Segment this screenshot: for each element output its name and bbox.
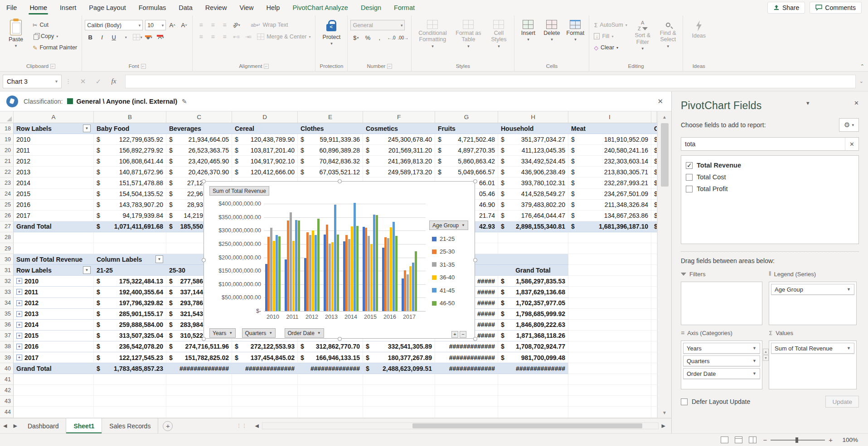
cell[interactable]	[14, 232, 94, 243]
ribbon-tab-page-layout[interactable]: Page Layout	[82, 0, 132, 15]
cell[interactable]: +2015	[14, 331, 94, 341]
cell[interactable]: $241,369,813.20	[363, 156, 435, 167]
cell[interactable]	[568, 232, 651, 243]
cell[interactable]	[651, 243, 657, 254]
defer-layout-checkbox[interactable]	[681, 398, 688, 405]
chart-selection-handle[interactable]	[202, 258, 206, 262]
row-number-18[interactable]: 18	[0, 123, 14, 134]
cell[interactable]: $175,322,484.13	[94, 276, 166, 287]
ribbon-tab-format[interactable]: Format	[388, 0, 421, 15]
row-number-39[interactable]: 39	[0, 352, 14, 363]
horizontal-scroll-thumb[interactable]	[412, 423, 642, 428]
orientation-button[interactable]: ab▾	[231, 20, 242, 30]
ribbon-tab-review[interactable]: Review	[199, 0, 233, 15]
new-sheet-button[interactable]: +	[163, 421, 173, 431]
cell[interactable]	[568, 243, 651, 254]
cell[interactable]	[651, 232, 657, 243]
collapse-ribbon-button[interactable]: ⌃	[860, 63, 864, 69]
cell[interactable]: $393,780,102.31	[498, 177, 568, 188]
field-checkbox[interactable]	[686, 186, 693, 192]
cell[interactable]: $137,454,845.02	[232, 352, 298, 363]
cell[interactable]: $5,049,666.57	[435, 167, 498, 177]
cell[interactable]	[568, 331, 651, 341]
cell[interactable]: 21-25	[94, 265, 166, 276]
cell[interactable]: $	[651, 177, 657, 188]
cell[interactable]: $414,528,549.27	[498, 189, 568, 200]
cell[interactable]: +2012	[14, 298, 94, 309]
cell[interactable]: $21,934,664.05	[166, 134, 232, 145]
cell[interactable]: $197,796,329.82	[94, 298, 166, 309]
cell[interactable]	[651, 363, 657, 374]
cell[interactable]	[568, 287, 651, 297]
autosum-button[interactable]: ΣAutoSum▾	[592, 20, 629, 30]
ribbon-tab-data[interactable]: Data	[172, 0, 199, 15]
scroll-up-arrow[interactable]: ▲	[658, 111, 672, 122]
cell[interactable]: $104,917,902.10	[232, 156, 298, 167]
hscroll-right-arrow[interactable]: ▶	[659, 423, 669, 429]
row-number-22[interactable]: 22	[0, 167, 14, 177]
cell[interactable]	[651, 407, 657, 417]
format-as-table-button[interactable]: Format as Table▾	[452, 17, 484, 48]
cell[interactable]	[363, 374, 435, 385]
wrap-text-button[interactable]: ab↵Wrap Text	[249, 20, 290, 30]
cell[interactable]	[363, 396, 435, 407]
cell[interactable]	[568, 385, 651, 396]
underline-options-chevron[interactable]: ▾	[120, 32, 131, 42]
update-button[interactable]: Update	[825, 396, 859, 408]
cell[interactable]	[651, 352, 657, 363]
filters-drop-area[interactable]	[681, 282, 762, 325]
cell[interactable]	[651, 265, 657, 276]
area-pill-sum-of-total-revenue[interactable]: Sum of Total Revenue▼	[771, 343, 854, 354]
insert-function-button[interactable]: fx	[106, 77, 121, 85]
find-select-button[interactable]: Find & Select▾	[656, 17, 680, 48]
chart-selection-handle[interactable]	[338, 179, 342, 183]
cell[interactable]: $1,871,368,118.26	[498, 331, 568, 341]
decrease-font-button[interactable]: A˅	[179, 20, 189, 30]
align-top-button[interactable]: ≡	[195, 20, 206, 30]
cell[interactable]	[498, 407, 568, 417]
cell[interactable]	[651, 396, 657, 407]
cell[interactable]	[298, 407, 363, 417]
axis-field-button-quarters[interactable]: Quarters▼	[242, 328, 276, 338]
cell[interactable]	[498, 232, 568, 243]
cell[interactable]	[568, 341, 651, 352]
ribbon-tab-formulas[interactable]: Formulas	[132, 0, 172, 15]
cell[interactable]	[94, 243, 166, 254]
cell[interactable]: $	[651, 189, 657, 200]
cell[interactable]: Fruits	[435, 123, 498, 134]
ribbon-tab-home[interactable]: Home	[23, 0, 53, 15]
vertical-scrollbar[interactable]: ▲ ▼	[657, 111, 671, 418]
cell[interactable]: $312,862,770.70	[298, 341, 363, 352]
cell[interactable]: $232,303,603.14	[568, 156, 651, 167]
cell[interactable]: $232,287,993.21	[568, 177, 651, 188]
formula-input[interactable]	[125, 75, 856, 88]
cell[interactable]	[14, 374, 94, 385]
page-break-view-button[interactable]	[749, 436, 756, 443]
cell[interactable]: $1,702,357,977.05	[498, 298, 568, 309]
cell[interactable]: $436,906,238.49	[498, 167, 568, 177]
ribbon-tab-file[interactable]: File	[0, 0, 23, 15]
cell[interactable]	[498, 374, 568, 385]
cell[interactable]	[651, 298, 657, 309]
cell[interactable]: +2010	[14, 276, 94, 287]
cell[interactable]	[14, 396, 94, 407]
cell[interactable]	[498, 243, 568, 254]
cell[interactable]	[298, 385, 363, 396]
cell[interactable]	[498, 385, 568, 396]
row-number-29[interactable]: 29	[0, 243, 14, 254]
search-clear-icon[interactable]: ✕	[845, 138, 858, 150]
cell[interactable]: $166,946,133.15	[298, 352, 363, 363]
cell[interactable]: Grand Total	[14, 363, 94, 374]
row-number-30[interactable]: 30	[0, 254, 14, 265]
cell[interactable]: Row Labels▼	[14, 265, 94, 276]
area-pill-quarters[interactable]: Quarters▼	[683, 355, 760, 366]
format-cells-button[interactable]: Format▾	[564, 17, 586, 42]
row-number-37[interactable]: 37	[0, 331, 14, 341]
cell[interactable]: ##############	[232, 363, 298, 374]
cell[interactable]	[568, 396, 651, 407]
cell[interactable]: $151,571,478.88	[94, 177, 166, 188]
cell[interactable]: $211,348,326.84	[568, 200, 651, 211]
cell[interactable]	[435, 396, 498, 407]
font-name-combo[interactable]: Calibri (Body)▾	[85, 20, 143, 30]
expand-collapse-button[interactable]: +	[16, 278, 22, 284]
